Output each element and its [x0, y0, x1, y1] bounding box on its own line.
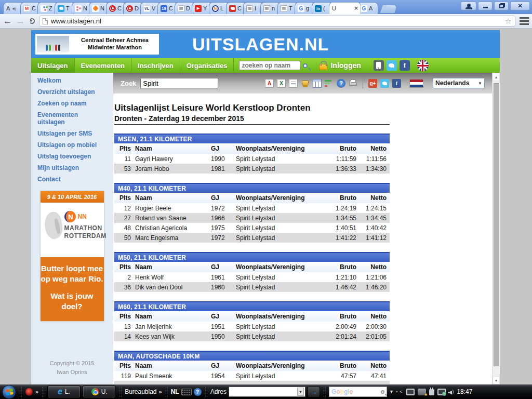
sidebar-item[interactable]: Uitslagen op mobiel	[31, 139, 113, 151]
show-hidden-icons-chevron[interactable]: <	[400, 389, 402, 394]
column-header-row: PltsNaamGJWoonplaats/VerenigingBrutoNett…	[114, 143, 390, 154]
volume-icon[interactable]	[448, 391, 452, 395]
go-button[interactable]: →	[308, 386, 320, 397]
reload-button[interactable]	[29, 18, 35, 24]
display-icon[interactable]	[406, 389, 415, 395]
chart-icon[interactable]	[325, 79, 334, 88]
nav-item-uitslagen[interactable]: Uitslagen	[31, 58, 75, 73]
column-header: Plts	[114, 194, 135, 202]
sidebar-item[interactable]: Contact	[31, 174, 113, 185]
sidebar-item[interactable]: Welkom	[31, 75, 113, 86]
taskbar-button-ie[interactable]: e L.	[47, 385, 81, 398]
overflow-chevron[interactable]: »	[159, 389, 162, 395]
text-icon[interactable]	[289, 79, 298, 88]
excel-icon[interactable]: X	[277, 79, 286, 88]
facebook-icon[interactable]: f	[400, 60, 410, 71]
start-button[interactable]	[2, 385, 16, 399]
table-cell: Gayri Hawery	[135, 155, 211, 163]
scroll-down-button[interactable]: ▼	[493, 376, 500, 384]
google-search-box[interactable]: Google	[329, 387, 387, 397]
column-header: Naam	[135, 362, 211, 369]
bureaublad-toolbar[interactable]: Bureaublad	[125, 388, 156, 395]
chevron-down-icon[interactable]: ▼	[389, 389, 394, 394]
power-icon[interactable]	[429, 389, 434, 395]
column-header: Woonplaats/Vereniging	[236, 145, 323, 152]
table-cell: 1972	[211, 205, 236, 212]
login-area[interactable]: Inloggen	[319, 61, 361, 70]
sidebar-item[interactable]: Uitslagen per SMS	[31, 128, 113, 139]
twitter-icon[interactable]	[387, 60, 397, 71]
action-center-icon[interactable]	[418, 389, 426, 395]
nav-item-organisaties[interactable]: Organisaties	[180, 58, 234, 73]
table-cell: 47:41	[356, 373, 388, 380]
sidebar-item[interactable]: Mijn uitslagen	[31, 162, 113, 174]
sidebar-item[interactable]: Evenementen uitslagen	[31, 109, 113, 128]
sidebar-item[interactable]: Zoeken op naam	[31, 98, 113, 109]
nav-search-input[interactable]	[239, 61, 300, 70]
help-icon[interactable]: ?	[194, 388, 202, 396]
browser-menu-button[interactable]	[520, 17, 529, 25]
table-icon[interactable]	[313, 79, 322, 88]
print-icon[interactable]	[349, 79, 357, 88]
taskbar-button-chrome[interactable]: U.	[83, 385, 116, 398]
tab-title: n	[272, 5, 275, 11]
address-bar[interactable]: www.uitslagen.nl ☆	[39, 16, 515, 26]
nav-item-evenementen[interactable]: Evenementen	[75, 58, 132, 73]
scrollbar-thumb[interactable]	[494, 83, 499, 366]
language-select[interactable]: Nederlands▼	[433, 78, 485, 88]
network-icon[interactable]	[437, 389, 446, 395]
nav-search	[239, 61, 308, 70]
results-search-input[interactable]	[140, 78, 218, 88]
twitter2-icon[interactable]	[380, 79, 389, 88]
search-icon[interactable]	[303, 63, 308, 68]
minimize-button[interactable]	[478, 2, 493, 10]
column-header: Netto	[356, 194, 388, 202]
youtube-favicon: ▶	[195, 5, 202, 12]
column-header: Naam	[135, 263, 211, 271]
keyboard-icon[interactable]	[181, 389, 192, 395]
forward-button[interactable]: →	[16, 16, 25, 26]
trophy-icon[interactable]	[301, 79, 310, 88]
tab-close-icon[interactable]: ×	[354, 5, 358, 12]
marathon-rotterdam-ad[interactable]: 9 & 10 APRIL 2016 N NN MARATHONROTTERDAM…	[41, 191, 104, 321]
restore-box-icon[interactable]: ▫	[396, 389, 397, 394]
quick-launch-icon[interactable]	[25, 388, 33, 396]
url-text[interactable]: www.uitslagen.nl	[51, 17, 101, 25]
pdf-icon[interactable]: A	[265, 79, 274, 88]
facebook2-icon[interactable]: f	[392, 79, 401, 88]
adres-input[interactable]: ▼	[229, 387, 305, 397]
chevron-down-icon[interactable]: ▼	[297, 388, 304, 396]
nav-item-inschrijven[interactable]: Inschrijven	[131, 58, 180, 73]
language-indicator[interactable]: NL	[171, 388, 179, 395]
login-label[interactable]: Inloggen	[330, 61, 361, 70]
adres-label: Adres	[210, 388, 227, 395]
googleplus-icon[interactable]: g+	[368, 79, 377, 88]
table-row: 36Dik van den Dool1960Spirit Lelystad1:4…	[114, 282, 390, 292]
table-cell: 2:01:24	[323, 333, 356, 340]
table-row: 48Christian Agericola1975Spirit Lelystad…	[114, 223, 390, 233]
mobile-icon[interactable]	[374, 60, 384, 71]
nn-logo-icon: N	[64, 211, 76, 222]
taskbar-clock[interactable]: 18:47	[457, 388, 472, 395]
sidebar-item[interactable]: Overzicht uitslagen	[31, 86, 113, 98]
scroll-up-button[interactable]: ▲	[493, 73, 500, 81]
dutch-flag-icon[interactable]	[409, 79, 423, 88]
profile-button[interactable]	[461, 2, 476, 10]
midwinter-marathon-logo[interactable]: Centraal Beheer AchmeaMidwinter Marathon	[35, 34, 159, 55]
uk-flag-icon[interactable]	[417, 60, 429, 71]
new-tab-button[interactable]	[379, 5, 398, 14]
browser-tab-active[interactable]: U×	[329, 2, 361, 14]
help-icon[interactable]: ?	[337, 79, 345, 88]
sidebar-item[interactable]: Uitslag toevoegen	[31, 151, 113, 162]
back-button[interactable]: ←	[3, 16, 12, 26]
google-favicon: G	[361, 5, 367, 12]
table-row: 11Gayri Hawery1990Spirit Lelystad1:11:59…	[114, 154, 390, 164]
content-scrollbar[interactable]: ▲ ▼	[492, 73, 500, 384]
close-button[interactable]: ✕	[510, 2, 530, 10]
maximize-button[interactable]	[494, 2, 509, 10]
bookmark-star-icon[interactable]: ☆	[505, 17, 512, 26]
overflow-chevron[interactable]: »	[35, 389, 38, 395]
column-header: Woonplaats/Vereniging	[236, 313, 323, 320]
table-cell: 11	[114, 155, 135, 163]
tab-strip-tabs: A◄)MCZTNNCDVLV19CD▶YNLCInTGgin(U×GA	[3, 2, 396, 14]
